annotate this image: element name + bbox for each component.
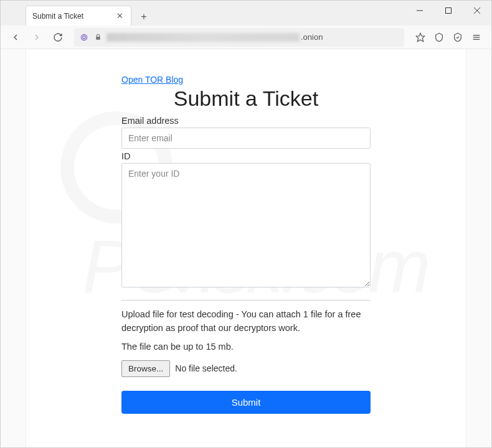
onion-site-icon — [79, 32, 89, 42]
address-bar[interactable]: .onion — [74, 28, 404, 47]
upload-instructions: Upload file for test decoding - You can … — [121, 308, 371, 335]
tab-title: Submit a Ticket — [32, 12, 115, 21]
browser-window: Submit a Ticket ✕ + — [0, 0, 492, 448]
toolbar-right — [412, 29, 485, 46]
maximize-button[interactable] — [434, 1, 463, 21]
security-level-button[interactable] — [449, 29, 466, 46]
browser-tab[interactable]: Submit a Ticket ✕ — [26, 6, 131, 26]
id-textarea[interactable] — [121, 163, 371, 287]
file-input-row: Browse... No file selected. — [121, 360, 371, 377]
title-bar: Submit a Ticket ✕ + — [1, 1, 491, 26]
file-status: No file selected. — [175, 363, 237, 373]
reload-button[interactable] — [49, 29, 67, 46]
forward-button[interactable] — [28, 29, 45, 46]
file-size-note: The file can be up to 15 mb. — [121, 342, 371, 352]
minimize-button[interactable] — [405, 1, 434, 21]
submit-button[interactable]: Submit — [121, 391, 371, 414]
window-controls — [405, 1, 491, 21]
content-area: PCrisk.com Open TOR Blog Submit a Ticket… — [1, 49, 491, 447]
close-window-button[interactable] — [463, 1, 491, 21]
address-url-obscured — [106, 33, 300, 42]
page-title: Submit a Ticket — [121, 86, 371, 111]
email-label: Email address — [121, 116, 371, 126]
tabs-area: Submit a Ticket ✕ + — [1, 1, 405, 26]
address-suffix: .onion — [301, 32, 323, 42]
email-input[interactable] — [121, 128, 371, 149]
browse-button[interactable]: Browse... — [121, 360, 170, 377]
svg-marker-7 — [416, 33, 424, 41]
svg-rect-1 — [446, 8, 452, 14]
svg-point-5 — [83, 35, 86, 39]
open-tor-blog-link[interactable]: Open TOR Blog — [121, 75, 183, 85]
bookmark-button[interactable] — [412, 29, 429, 46]
back-button[interactable] — [7, 29, 24, 46]
close-tab-icon[interactable]: ✕ — [115, 11, 125, 21]
ticket-form: Open TOR Blog Submit a Ticket Email addr… — [121, 74, 371, 414]
browser-toolbar: .onion — [1, 26, 491, 49]
shield-button[interactable] — [430, 29, 448, 46]
menu-button[interactable] — [468, 29, 485, 46]
divider — [121, 300, 371, 301]
svg-point-4 — [81, 34, 87, 40]
id-label: ID — [121, 151, 371, 161]
lock-icon — [93, 32, 103, 42]
new-tab-button[interactable]: + — [135, 8, 153, 26]
svg-rect-6 — [96, 37, 100, 40]
page: PCrisk.com Open TOR Blog Submit a Ticket… — [26, 49, 466, 447]
